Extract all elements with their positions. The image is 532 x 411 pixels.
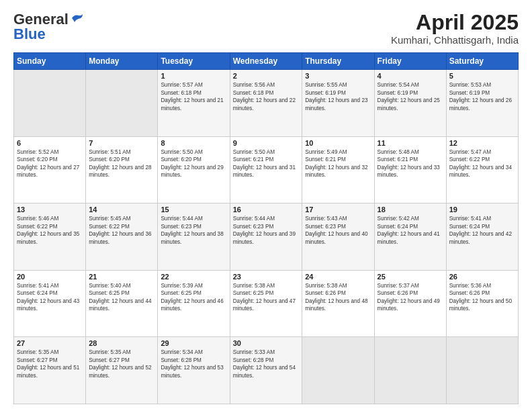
calendar-cell: 11Sunrise: 5:48 AMSunset: 6:21 PMDayligh… xyxy=(374,136,446,203)
calendar-cell xyxy=(14,70,86,137)
sun-info: Sunrise: 5:55 AMSunset: 6:19 PMDaylight:… xyxy=(305,81,371,112)
weekday-thursday: Thursday xyxy=(302,53,374,70)
day-number: 19 xyxy=(449,205,515,214)
calendar-cell: 27Sunrise: 5:35 AMSunset: 6:27 PMDayligh… xyxy=(14,337,86,404)
calendar-cell: 24Sunrise: 5:38 AMSunset: 6:26 PMDayligh… xyxy=(302,270,374,337)
sun-info: Sunrise: 5:57 AMSunset: 6:18 PMDaylight:… xyxy=(161,81,226,112)
sun-info: Sunrise: 5:39 AMSunset: 6:25 PMDaylight:… xyxy=(161,282,226,313)
calendar-cell: 25Sunrise: 5:37 AMSunset: 6:26 PMDayligh… xyxy=(374,270,446,337)
calendar-subtitle: Kumhari, Chhattisgarh, India xyxy=(391,34,519,46)
sun-info: Sunrise: 5:37 AMSunset: 6:26 PMDaylight:… xyxy=(378,282,443,313)
day-number: 22 xyxy=(161,273,226,281)
page: General Blue April 2025 Kumhari, Chhatti… xyxy=(0,0,532,411)
sun-info: Sunrise: 5:35 AMSunset: 6:27 PMDaylight:… xyxy=(17,349,83,379)
sun-info: Sunrise: 5:40 AMSunset: 6:25 PMDaylight:… xyxy=(89,282,154,313)
calendar-cell: 5Sunrise: 5:53 AMSunset: 6:19 PMDaylight… xyxy=(446,70,518,137)
sun-info: Sunrise: 5:42 AMSunset: 6:24 PMDaylight:… xyxy=(378,215,443,246)
day-number: 3 xyxy=(305,72,371,80)
calendar-week-1: 1Sunrise: 5:57 AMSunset: 6:18 PMDaylight… xyxy=(14,70,519,137)
sun-info: Sunrise: 5:53 AMSunset: 6:19 PMDaylight:… xyxy=(449,81,515,112)
sun-info: Sunrise: 5:50 AMSunset: 6:21 PMDaylight:… xyxy=(233,148,300,179)
day-number: 24 xyxy=(305,273,371,281)
sun-info: Sunrise: 5:43 AMSunset: 6:23 PMDaylight:… xyxy=(305,215,371,246)
day-number: 27 xyxy=(17,339,83,347)
weekday-wednesday: Wednesday xyxy=(230,53,302,70)
day-number: 10 xyxy=(305,139,371,147)
calendar-table: SundayMondayTuesdayWednesdayThursdayFrid… xyxy=(13,52,519,404)
day-number: 4 xyxy=(378,72,443,80)
day-number: 14 xyxy=(89,205,154,214)
calendar-cell: 9Sunrise: 5:50 AMSunset: 6:21 PMDaylight… xyxy=(230,136,302,203)
calendar-cell: 2Sunrise: 5:56 AMSunset: 6:18 PMDaylight… xyxy=(230,70,302,137)
day-number: 29 xyxy=(161,339,226,347)
weekday-tuesday: Tuesday xyxy=(158,53,230,70)
day-number: 30 xyxy=(233,339,300,347)
day-number: 25 xyxy=(378,273,443,281)
calendar-cell: 15Sunrise: 5:44 AMSunset: 6:23 PMDayligh… xyxy=(158,203,230,271)
calendar-cell xyxy=(446,337,518,404)
sun-info: Sunrise: 5:35 AMSunset: 6:27 PMDaylight:… xyxy=(89,349,154,379)
sun-info: Sunrise: 5:41 AMSunset: 6:24 PMDaylight:… xyxy=(449,215,515,246)
day-number: 17 xyxy=(305,205,371,214)
calendar-cell: 28Sunrise: 5:35 AMSunset: 6:27 PMDayligh… xyxy=(86,337,158,404)
sun-info: Sunrise: 5:51 AMSunset: 6:20 PMDaylight:… xyxy=(89,148,154,179)
day-number: 6 xyxy=(17,139,83,147)
sun-info: Sunrise: 5:45 AMSunset: 6:22 PMDaylight:… xyxy=(89,215,154,246)
sun-info: Sunrise: 5:56 AMSunset: 6:18 PMDaylight:… xyxy=(233,81,300,112)
day-number: 18 xyxy=(378,205,443,214)
sun-info: Sunrise: 5:34 AMSunset: 6:28 PMDaylight:… xyxy=(161,349,226,379)
calendar-cell: 19Sunrise: 5:41 AMSunset: 6:24 PMDayligh… xyxy=(446,203,518,271)
weekday-header-row: SundayMondayTuesdayWednesdayThursdayFrid… xyxy=(14,53,519,70)
calendar-cell: 16Sunrise: 5:44 AMSunset: 6:23 PMDayligh… xyxy=(230,203,302,271)
sun-info: Sunrise: 5:44 AMSunset: 6:23 PMDaylight:… xyxy=(233,215,300,246)
weekday-sunday: Sunday xyxy=(14,53,86,70)
calendar-cell: 30Sunrise: 5:33 AMSunset: 6:28 PMDayligh… xyxy=(230,337,302,404)
sun-info: Sunrise: 5:46 AMSunset: 6:22 PMDaylight:… xyxy=(17,215,83,246)
calendar-week-3: 13Sunrise: 5:46 AMSunset: 6:22 PMDayligh… xyxy=(14,203,519,271)
sun-info: Sunrise: 5:41 AMSunset: 6:24 PMDaylight:… xyxy=(17,282,83,313)
calendar-cell: 1Sunrise: 5:57 AMSunset: 6:18 PMDaylight… xyxy=(158,70,230,137)
calendar-cell: 3Sunrise: 5:55 AMSunset: 6:19 PMDaylight… xyxy=(302,70,374,137)
day-number: 21 xyxy=(89,273,154,281)
calendar-cell xyxy=(86,70,158,137)
calendar-cell: 12Sunrise: 5:47 AMSunset: 6:22 PMDayligh… xyxy=(446,136,518,203)
day-number: 7 xyxy=(89,139,154,147)
calendar-cell: 6Sunrise: 5:52 AMSunset: 6:20 PMDaylight… xyxy=(14,136,86,203)
calendar-title: April 2025 xyxy=(391,11,519,34)
calendar-cell: 23Sunrise: 5:38 AMSunset: 6:25 PMDayligh… xyxy=(230,270,302,337)
calendar-week-2: 6Sunrise: 5:52 AMSunset: 6:20 PMDaylight… xyxy=(14,136,519,203)
day-number: 28 xyxy=(89,339,154,347)
day-number: 13 xyxy=(17,205,83,214)
day-number: 5 xyxy=(449,72,515,80)
calendar-cell: 14Sunrise: 5:45 AMSunset: 6:22 PMDayligh… xyxy=(86,203,158,271)
calendar-cell: 7Sunrise: 5:51 AMSunset: 6:20 PMDaylight… xyxy=(86,136,158,203)
day-number: 15 xyxy=(161,205,226,214)
sun-info: Sunrise: 5:38 AMSunset: 6:26 PMDaylight:… xyxy=(305,282,371,313)
day-number: 9 xyxy=(233,139,300,147)
day-number: 2 xyxy=(233,72,300,80)
day-number: 16 xyxy=(233,205,300,214)
day-number: 8 xyxy=(161,139,226,147)
calendar-week-4: 20Sunrise: 5:41 AMSunset: 6:24 PMDayligh… xyxy=(14,270,519,337)
weekday-monday: Monday xyxy=(86,53,158,70)
calendar-cell: 22Sunrise: 5:39 AMSunset: 6:25 PMDayligh… xyxy=(158,270,230,337)
calendar-cell xyxy=(302,337,374,404)
calendar-cell: 13Sunrise: 5:46 AMSunset: 6:22 PMDayligh… xyxy=(14,203,86,271)
sun-info: Sunrise: 5:33 AMSunset: 6:28 PMDaylight:… xyxy=(233,349,300,379)
calendar-week-5: 27Sunrise: 5:35 AMSunset: 6:27 PMDayligh… xyxy=(14,337,519,404)
logo-bird-icon xyxy=(69,13,84,25)
calendar-cell: 26Sunrise: 5:36 AMSunset: 6:26 PMDayligh… xyxy=(446,270,518,337)
weekday-friday: Friday xyxy=(374,53,446,70)
day-number: 26 xyxy=(449,273,515,281)
sun-info: Sunrise: 5:38 AMSunset: 6:25 PMDaylight:… xyxy=(233,282,300,313)
calendar-cell: 10Sunrise: 5:49 AMSunset: 6:21 PMDayligh… xyxy=(302,136,374,203)
title-block: April 2025 Kumhari, Chhattisgarh, India xyxy=(391,11,519,46)
day-number: 23 xyxy=(233,273,300,281)
sun-info: Sunrise: 5:44 AMSunset: 6:23 PMDaylight:… xyxy=(161,215,226,246)
sun-info: Sunrise: 5:48 AMSunset: 6:21 PMDaylight:… xyxy=(378,148,443,179)
weekday-saturday: Saturday xyxy=(446,53,518,70)
day-number: 11 xyxy=(378,139,443,147)
day-number: 1 xyxy=(161,72,226,80)
day-number: 12 xyxy=(449,139,515,147)
logo: General Blue xyxy=(13,11,84,43)
